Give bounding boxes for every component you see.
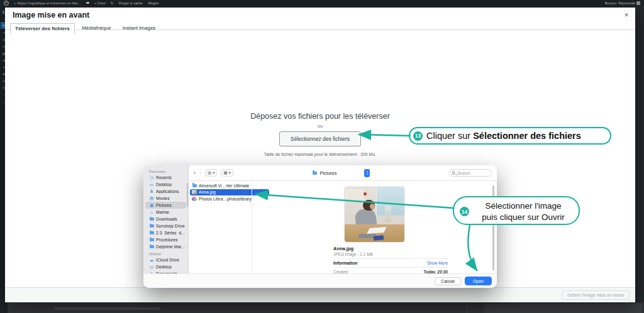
show-more-link[interactable]: Show More — [427, 261, 448, 265]
search-field[interactable] — [449, 169, 492, 177]
sidebar-item-icon — [149, 189, 154, 194]
step-14-text: Sélectionner l'image puis cliquer sur Ou… — [470, 200, 576, 222]
sidebar-item-icon — [149, 210, 154, 215]
step-13-text: Cliquer sur Sélectionner des fichiers — [426, 131, 581, 141]
upload-heading: Déposez vos fichiers pour les téléverser — [5, 112, 635, 121]
file-list: Aimersoft Vi…rter Ultimate Anna.jpg Phot… — [190, 182, 269, 202]
annotation-step-14: 14 Sélectionner l'image puis cliquer sur… — [453, 196, 580, 225]
folder-icon — [313, 172, 317, 175]
sidebar-item-icon — [149, 203, 154, 208]
finder-sidebar-item[interactable]: Desktop — [145, 181, 186, 188]
wordpress-logo-icon: W — [4, 1, 9, 6]
sidebar-item-label: Delphine Marie M… — [156, 244, 186, 249]
weglot-label: Weglot — [148, 1, 158, 5]
wp-logo-menu[interactable]: W — [4, 1, 9, 6]
sidebar-item-icon — [149, 182, 154, 187]
finder-sidebar-item[interactable]: Pictures — [145, 202, 186, 209]
weglot-menu[interactable]: Weglot — [148, 1, 158, 5]
updates-menu[interactable]: ↻ — [111, 1, 114, 5]
view-columns-button[interactable]: ▥ ▾ — [205, 169, 217, 177]
view-group-button[interactable]: ▦ ▾ — [221, 169, 233, 177]
chevron-down-icon: ▾ — [229, 170, 231, 175]
photo-person-face — [370, 204, 375, 209]
step-14-badge: 14 — [460, 207, 469, 216]
finder-sidebar-item[interactable]: Synology Drive — [145, 222, 186, 229]
file-row[interactable]: Aimersoft Vi…rter Ultimate — [190, 182, 269, 189]
comment-bubble-icon — [86, 2, 89, 4]
file-name: Aimersoft Vi…rter Ultimate — [199, 184, 249, 188]
set-featured-image-button[interactable]: Définir l'image mise en avant — [562, 290, 630, 300]
dialog-footer: Cancel Open — [143, 273, 497, 288]
select-files-button[interactable]: Sélectionnez des fichiers — [279, 131, 361, 146]
sidebar-item-label: Synology Drive — [156, 224, 185, 228]
preview-photo — [345, 187, 404, 242]
avatar — [636, 1, 640, 5]
file-name: Anna.jpg — [199, 190, 216, 194]
modal-tab[interactable]: Téléverser des fichiers — [10, 23, 75, 34]
screenshot-root: W ⌂ Séjour linguistique et immersion en … — [0, 0, 644, 313]
sidebar-scrollbar[interactable] — [187, 183, 188, 207]
sidebar-item-label: Desktop — [156, 182, 172, 187]
finder-sidebar-item[interactable]: Movies — [145, 195, 186, 202]
purge-cache-label: Purger le cache — [119, 1, 143, 5]
file-row[interactable]: Anna.jpg — [190, 189, 269, 196]
finder-toolbar: ‹ › ▥ ▾ ▦ ▾ Pictures ▴▾ — [189, 165, 497, 180]
close-icon[interactable]: ✕ — [623, 11, 630, 19]
sidebar-item-icon — [150, 238, 154, 241]
toolbar-divider — [189, 180, 497, 181]
info-filename: Anna.jpg — [333, 246, 448, 251]
sidebar-item-label: 2.3_Séries_downl… — [156, 231, 186, 235]
macos-open-dialog: Favorites Recents Desktop Applicatio — [143, 165, 497, 288]
file-info-panel: Anna.jpg JPEG image - 2.1 MB Information… — [333, 246, 448, 273]
file-name: Photos Libra…photoslibrary — [199, 197, 252, 201]
finder-sidebar-item[interactable]: Downloads — [145, 216, 186, 222]
file-icon — [192, 184, 197, 187]
forward-button[interactable]: › — [199, 170, 201, 176]
modal-tab[interactable]: Médiathèque — [77, 23, 115, 33]
finder-sidebar: Favorites Recents Desktop Applicatio — [143, 165, 189, 288]
sidebar-item-icon — [149, 258, 154, 263]
file-icon — [192, 197, 197, 201]
finder-sidebar-item[interactable]: Applications — [145, 188, 186, 195]
home-icon: ⌂ — [14, 1, 16, 5]
file-row[interactable]: Photos Libra…photoslibrary — [190, 195, 269, 202]
modal-title: Image mise en avant — [13, 11, 89, 19]
finder-sidebar-item[interactable]: Marine — [145, 209, 186, 216]
wp-admin-bar: W ⌂ Séjour linguistique et immersion en … — [0, 0, 644, 6]
site-name-label: Séjour linguistique et immersion en fran… — [17, 1, 80, 5]
open-button[interactable]: Open — [465, 277, 492, 285]
location-popup[interactable]: Pictures ▴▾ — [312, 169, 370, 177]
sidebar-item-label: Pictures — [156, 203, 172, 207]
sidebar-item-label: Marine — [156, 210, 169, 214]
favorites-list: Recents Desktop Applications Mov — [143, 174, 188, 250]
background-divider — [467, 304, 467, 313]
columns-view-icon: ▥ — [208, 170, 211, 175]
photo-vase — [385, 206, 391, 222]
finder-sidebar-item[interactable]: 2.3_Séries_downl… — [145, 229, 186, 236]
photo-rose — [364, 192, 367, 195]
column-divider — [252, 181, 252, 273]
chevron-down-icon: ▾ — [213, 170, 214, 175]
photo-wall-art — [347, 190, 363, 201]
refresh-icon: ↻ — [111, 1, 114, 5]
finder-sidebar-item[interactable]: Procédures — [145, 236, 186, 243]
purge-cache-menu[interactable]: Purger le cache — [119, 1, 143, 5]
file-icon — [192, 190, 197, 194]
comments-menu[interactable] — [86, 2, 89, 4]
finder-sidebar-item[interactable]: Delphine Marie M… — [145, 243, 186, 250]
new-content-menu[interactable]: + Créer — [94, 1, 106, 5]
sidebar-section-icloud: iCloud — [143, 250, 188, 256]
cancel-button[interactable]: Cancel — [435, 277, 461, 285]
account-menu[interactable]: Bonjour, Raymonde — [605, 1, 640, 5]
popup-stepper-icon: ▴▾ — [364, 169, 370, 177]
back-button[interactable]: ‹ — [194, 170, 196, 176]
sidebar-item-label: Procédures — [156, 238, 178, 242]
finder-sidebar-item[interactable]: iCloud Drive — [145, 256, 186, 263]
finder-sidebar-item[interactable]: Desktop — [145, 263, 186, 270]
sidebar-item-icon — [150, 245, 154, 248]
modal-tab[interactable]: Instant Images — [118, 23, 160, 33]
site-name-link[interactable]: ⌂ Séjour linguistique et immersion en fr… — [14, 1, 81, 5]
finder-sidebar-item[interactable]: Recents — [145, 174, 186, 181]
background-ghost-text — [54, 307, 161, 310]
search-input[interactable] — [456, 170, 489, 176]
